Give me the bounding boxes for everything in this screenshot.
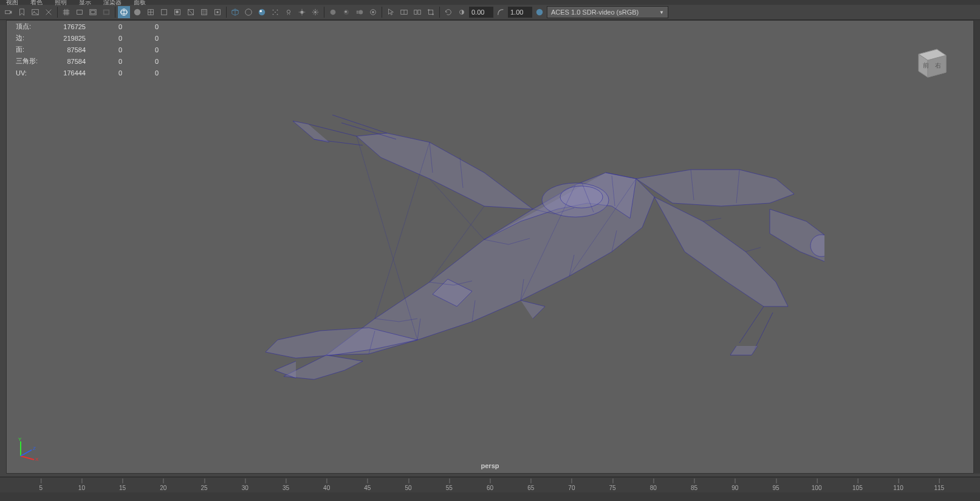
svg-point-23 bbox=[260, 10, 262, 13]
time-tick: 20 bbox=[160, 485, 166, 491]
stats-value: 0 bbox=[86, 69, 122, 77]
time-tick: 30 bbox=[242, 485, 248, 491]
time-tick: 85 bbox=[691, 485, 697, 491]
svg-text:Y: Y bbox=[18, 437, 22, 442]
stats-row-uvs: UV: 176444 0 0 bbox=[16, 67, 159, 78]
time-tick: 115 bbox=[934, 485, 944, 491]
svg-point-21 bbox=[245, 9, 252, 16]
viewport[interactable]: 顶点: 176725 0 0 边: 219825 0 0 面: 87584 0 … bbox=[6, 20, 974, 474]
svg-rect-40 bbox=[414, 10, 417, 15]
time-tick: 40 bbox=[323, 485, 330, 491]
colorspace-dropdown[interactable]: ACES 1.0 SDR-video (sRGB) bbox=[547, 6, 668, 18]
svg-point-35 bbox=[358, 10, 363, 15]
two-side-icon[interactable] bbox=[43, 6, 55, 18]
svg-rect-41 bbox=[418, 10, 420, 15]
svg-line-55 bbox=[739, 306, 764, 343]
stats-row-tris: 三角形: 87584 0 0 bbox=[16, 55, 159, 67]
svg-point-11 bbox=[134, 9, 141, 16]
gamma-value[interactable] bbox=[508, 7, 532, 18]
sphere-highlight-icon[interactable] bbox=[256, 6, 268, 18]
backface-icon[interactable] bbox=[185, 6, 197, 18]
time-tick: 70 bbox=[568, 485, 575, 491]
toolbar-separator bbox=[226, 7, 227, 18]
stats-value: 176725 bbox=[49, 23, 86, 30]
time-tick: 60 bbox=[487, 485, 493, 491]
resolution-gate-icon[interactable] bbox=[87, 6, 99, 18]
svg-text:前: 前 bbox=[923, 62, 929, 69]
stats-value: 0 bbox=[86, 35, 122, 42]
film-gate-icon[interactable] bbox=[74, 6, 86, 18]
toolbar-separator bbox=[115, 7, 115, 18]
toolbar-separator bbox=[382, 7, 382, 18]
stats-value: 0 bbox=[86, 58, 122, 65]
svg-line-57 bbox=[332, 115, 387, 133]
exposure-value[interactable] bbox=[469, 7, 493, 18]
svg-line-72 bbox=[745, 247, 761, 252]
shadows-icon[interactable] bbox=[171, 6, 183, 18]
cube-icon[interactable] bbox=[229, 6, 241, 18]
svg-point-50 bbox=[560, 186, 603, 208]
svg-point-22 bbox=[259, 9, 266, 16]
timeline[interactable]: 5101520253035404550556065707580859095100… bbox=[0, 477, 980, 501]
svg-point-32 bbox=[331, 10, 336, 15]
time-tick: 100 bbox=[812, 485, 822, 491]
stats-row-faces: 面: 87584 0 0 bbox=[16, 44, 159, 55]
svg-rect-13 bbox=[162, 10, 167, 15]
stats-label: 顶点: bbox=[16, 22, 49, 31]
viewport-toolbar: ACES 1.0 SDR-video (sRGB) bbox=[0, 5, 980, 20]
svg-point-31 bbox=[314, 11, 317, 13]
light-full-icon[interactable] bbox=[309, 6, 321, 18]
smooth-shade-icon[interactable] bbox=[131, 6, 143, 18]
snap-icon[interactable] bbox=[425, 6, 437, 18]
smooth-wire-icon[interactable] bbox=[198, 6, 210, 18]
time-tick: 5 bbox=[39, 485, 43, 491]
color-manage-icon[interactable] bbox=[533, 6, 546, 18]
texture-placement-icon[interactable] bbox=[211, 6, 224, 18]
wireframe-icon[interactable] bbox=[118, 6, 130, 18]
light-flat-icon[interactable] bbox=[296, 6, 308, 18]
gate-mask-icon[interactable] bbox=[100, 6, 112, 18]
light-on-icon[interactable] bbox=[283, 6, 295, 18]
svg-line-56 bbox=[755, 313, 773, 349]
svg-point-27 bbox=[273, 14, 274, 15]
view-icon[interactable] bbox=[398, 6, 410, 18]
stats-label: UV: bbox=[16, 69, 49, 77]
time-tick: 45 bbox=[364, 485, 371, 491]
ao-icon[interactable] bbox=[340, 6, 352, 18]
exposure-icon[interactable] bbox=[456, 6, 468, 18]
textured-icon[interactable] bbox=[145, 6, 157, 18]
time-tick: 90 bbox=[732, 485, 738, 491]
cursor-icon[interactable] bbox=[385, 6, 397, 18]
svg-text:Z: Z bbox=[33, 446, 36, 451]
svg-rect-15 bbox=[176, 10, 178, 13]
depth-icon[interactable] bbox=[367, 6, 379, 18]
svg-point-46 bbox=[536, 9, 543, 16]
use-lights-icon[interactable] bbox=[158, 6, 170, 18]
toolbar-separator bbox=[439, 7, 440, 18]
view-cube[interactable]: 前 右 bbox=[910, 42, 952, 85]
dots-icon[interactable] bbox=[269, 6, 281, 18]
poly-stats: 顶点: 176725 0 0 边: 219825 0 0 面: 87584 0 … bbox=[16, 21, 159, 78]
grid-toggle-icon[interactable] bbox=[60, 6, 72, 18]
bookmark-icon[interactable] bbox=[16, 6, 28, 18]
time-ruler[interactable]: 5101520253035404550556065707580859095100… bbox=[0, 477, 980, 492]
sphere-icon[interactable] bbox=[327, 6, 339, 18]
sphere-toggle-icon[interactable] bbox=[242, 6, 255, 18]
stats-value: 219825 bbox=[49, 35, 86, 42]
stats-label: 面: bbox=[16, 45, 49, 54]
svg-text:X: X bbox=[35, 457, 39, 461]
refresh-icon[interactable] bbox=[442, 6, 454, 18]
viewport-scrollbar[interactable] bbox=[974, 20, 980, 474]
motion-blur-icon[interactable] bbox=[354, 6, 366, 18]
svg-point-26 bbox=[275, 12, 276, 13]
stats-value: 0 bbox=[122, 23, 159, 30]
transform-icon[interactable] bbox=[411, 6, 423, 18]
stats-label: 三角形: bbox=[16, 57, 49, 66]
svg-line-17 bbox=[188, 10, 194, 15]
camera-label: persp bbox=[481, 462, 499, 469]
image-plane-icon[interactable] bbox=[29, 6, 41, 18]
time-tick: 110 bbox=[893, 485, 903, 491]
select-camera-icon[interactable] bbox=[2, 6, 15, 18]
gamma-icon[interactable] bbox=[495, 6, 507, 18]
svg-point-30 bbox=[300, 10, 303, 13]
